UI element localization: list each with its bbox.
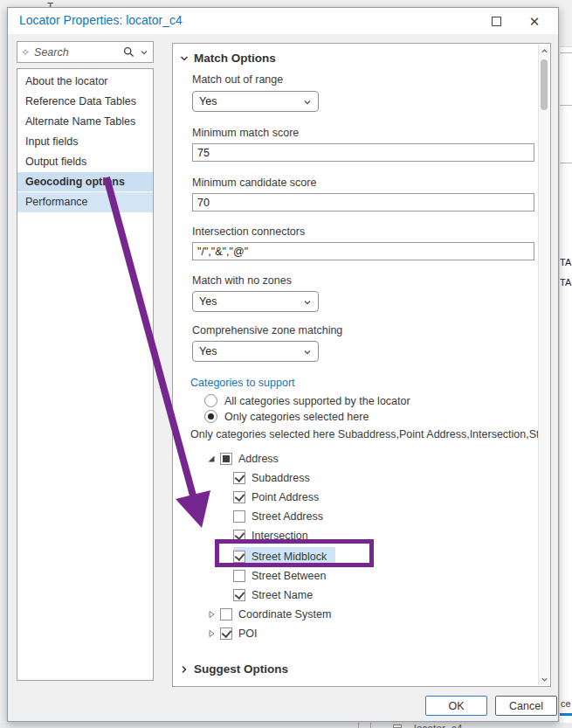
tree-label-street-name: Street Name [252,589,313,601]
checkbox-street-address[interactable] [233,510,245,523]
match-with-no-zones-dropdown[interactable]: Yes [192,291,319,312]
checkbox-coordinate-system[interactable] [220,608,232,621]
suggest-options-section-header[interactable]: Suggest Options [180,662,288,676]
chevron-down-icon [303,298,312,307]
tree-node-street-address[interactable]: Street Address [233,507,323,526]
expand-chevron-icon [180,665,189,674]
background-toolbar-strip: T [0,0,560,7]
sidebar-item-reference-data-tables[interactable]: Reference Data Tables [17,92,153,112]
maximize-icon [492,17,501,26]
tree-node-intersection[interactable]: Intersection [233,526,308,545]
radio-selected-icon [204,410,217,423]
chevron-up-icon [541,47,548,55]
background-tab-fragment: ce [561,698,572,709]
scroll-up-button[interactable] [539,45,550,57]
scrollbar-thumb[interactable] [541,59,548,110]
background-divider [358,723,359,728]
checkbox-intersection[interactable] [233,530,245,542]
background-right-strip [560,0,572,728]
tree-node-address[interactable]: Address [206,449,279,468]
match-out-of-range-label: Match out of range [192,73,283,86]
tree-collapsed-icon[interactable] [206,628,217,639]
vertical-scrollbar[interactable] [538,45,549,685]
match-options-title: Match Options [194,52,276,65]
close-icon: ✕ [529,15,541,28]
minimum-candidate-score-input[interactable] [192,193,534,211]
background-text-fragment: T [47,1,53,7]
options-panel: Match Options Match out of range Yes Min… [172,43,551,687]
radio-all-categories-label: All categories supported by the locator [224,395,410,407]
tree-label-street-address: Street Address [252,510,323,523]
radio-only-selected-categories[interactable]: Only categories selected here [204,410,369,423]
checkbox-street-name[interactable] [233,589,245,601]
tree-label-subaddress: Subaddress [252,472,310,484]
radio-all-categories[interactable]: All categories supported by the locator [204,394,410,407]
checkbox-subaddress[interactable] [233,472,245,484]
background-divider [560,163,572,163]
match-out-of-range-dropdown[interactable]: Yes [192,91,319,112]
sidebar-item-about-the-locator[interactable]: About the locator [17,72,153,92]
tree-node-poi[interactable]: POI [206,624,258,643]
chevron-down-icon [541,676,548,683]
search-icon [123,46,134,58]
maximize-button[interactable] [483,11,509,31]
tree-label-point-address: Point Address [252,491,319,503]
comprehensive-zone-matching-label: Comprehensive zone matching [192,324,342,336]
background-divider [560,105,572,106]
background-text-fragment: TA [560,277,572,288]
tree-node-subaddress[interactable]: Subaddress [233,468,310,488]
sidebar-item-alternate-name-tables[interactable]: Alternate Name Tables [17,112,153,132]
tree-node-point-address[interactable]: Point Address [233,488,319,507]
intersection-connectors-label: Intersection connectors [192,225,305,238]
cancel-button[interactable]: Cancel [495,696,557,716]
minimum-match-score-label: Minimum match score [192,127,299,139]
tree-collapsed-icon[interactable] [206,609,217,620]
collapse-chevron-icon [180,54,189,63]
scroll-down-button[interactable] [539,673,550,685]
background-item-fragment: locator_c4 [414,723,493,728]
tree-label-address: Address [238,453,279,465]
sidebar-item-geocoding-options[interactable]: Geocoding options [17,172,153,192]
comprehensive-zone-matching-dropdown[interactable]: Yes [192,341,319,362]
background-text-fragment: TA [560,257,572,267]
search-input[interactable]: ✧ Search [17,41,154,63]
tree-expanded-icon[interactable] [206,454,217,464]
tree-node-street-between[interactable]: Street Between [233,566,326,586]
search-placeholder: Search [34,46,123,59]
close-button[interactable]: ✕ [521,11,548,31]
background-bottom-strip: locator_c4 [0,723,572,728]
intersection-connectors-input[interactable] [192,242,534,260]
checkbox-point-address[interactable] [233,491,245,503]
tree-node-street-midblock[interactable]: Street Midblock [233,547,335,566]
dropdown-value: Yes [199,295,217,308]
checkbox-street-between[interactable] [233,570,245,582]
tree-node-coordinate-system[interactable]: Coordinate System [206,605,331,624]
sidebar-item-input-fields[interactable]: Input fields [17,132,153,152]
tree-label-street-between: Street Between [252,570,326,582]
sidebar-item-performance[interactable]: Performance [17,192,153,212]
categories-to-support-link[interactable]: Categories to support [190,377,295,389]
sidebar-item-output-fields[interactable]: Output fields [17,152,153,172]
tree-node-street-name[interactable]: Street Name [233,586,313,605]
background-divider [370,723,371,728]
dropdown-value: Yes [199,345,217,357]
settings-nav-list: About the locator Reference Data Tables … [17,68,154,681]
tree-label-street-midblock: Street Midblock [252,551,327,563]
chevron-down-icon[interactable] [140,48,148,57]
tree-label-coordinate-system: Coordinate System [238,608,331,621]
match-options-section-header[interactable]: Match Options [180,52,276,65]
radio-only-selected-label: Only categories selected here [224,411,369,423]
dialog-titlebar[interactable]: Locator Properties: locator_c4 ✕ [8,8,558,34]
ok-button[interactable]: OK [425,696,487,716]
match-with-no-zones-label: Match with no zones [192,274,292,287]
checkbox-street-midblock[interactable] [233,551,245,563]
tree-label-poi: POI [238,627,258,640]
radio-icon [204,394,217,407]
background-checkbox-fragment [393,725,402,728]
chevron-down-icon [303,348,312,357]
dialog-title: Locator Properties: locator_c4 [19,13,183,27]
checkbox-poi[interactable] [220,627,232,640]
sparkle-icon: ✧ [21,46,30,59]
checkbox-address[interactable] [220,453,232,465]
minimum-match-score-input[interactable] [192,143,534,162]
